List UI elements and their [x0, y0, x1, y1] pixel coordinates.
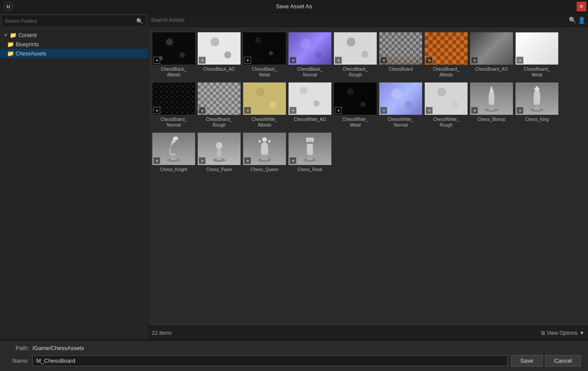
- bottom-bar: Path: /Game/ChessAssets Name: Save Cance…: [0, 340, 588, 371]
- svg-point-19: [216, 142, 222, 149]
- view-options-chevron: ▼: [579, 330, 585, 336]
- asset-item-chessboard-rough[interactable]: ★ ChessBoard_Rough: [197, 81, 241, 129]
- folder-tree: ▼ 📁 Content 📁 Blueprints 📁 ChessAssets: [0, 29, 148, 340]
- content-area: 🔍 ▼ 📁 Content 📁 Blueprints 📁 ChessAsset: [0, 13, 588, 340]
- asset-item-chessboard-normal[interactable]: ★ ChessBoard_Normal: [152, 81, 196, 129]
- asset-item-chessblack-normal[interactable]: ★ ChessBlack_Normal: [288, 31, 332, 79]
- svg-rect-17: [217, 158, 222, 160]
- asset-label-chess-pawn: Chess_Pawn: [206, 167, 232, 172]
- asset-item-chess-queen[interactable]: ★ Chess_Queen: [243, 131, 286, 174]
- svg-point-6: [490, 87, 492, 89]
- folder-label-blueprints: Blueprints: [16, 41, 39, 48]
- svg-point-24: [258, 140, 261, 142]
- svg-rect-13: [171, 158, 177, 160]
- asset-thumb-chessboard-albedo: ★: [424, 32, 468, 65]
- asset-thumb-chesswhite-rough: ★: [424, 82, 468, 115]
- save-button[interactable]: Save: [511, 355, 543, 367]
- asset-label-chess-rook: Chess_Rook: [297, 167, 322, 172]
- cancel-button[interactable]: Cancel: [545, 355, 581, 367]
- star-badge: ★: [289, 57, 296, 64]
- asset-thumb-chesswhite-albedo: ★: [243, 82, 286, 115]
- star-badge: ★: [289, 157, 296, 164]
- asset-thumb-chesswhite-normal: ★: [379, 82, 423, 115]
- star-badge: ★: [426, 57, 433, 64]
- asset-label-chess-knight: Chess_Knight: [160, 167, 187, 172]
- star-badge: ★: [199, 57, 206, 64]
- asset-label-chessblack-metal: ChessBlack_Metal: [252, 66, 277, 78]
- folder-search-input[interactable]: [5, 18, 136, 24]
- asset-item-chessblack-ao[interactable]: ★ ChessBlack_AO: [197, 31, 241, 79]
- asset-thumb-chessblack-albedo: ★: [152, 32, 196, 65]
- star-badge: ★: [471, 107, 478, 114]
- asset-item-chess-bishop[interactable]: ★ Chess_Bishop: [470, 81, 513, 129]
- asset-thumb-chessblack-normal: ★: [288, 32, 332, 65]
- svg-rect-8: [534, 107, 540, 110]
- view-options-button[interactable]: ⊞ View Options ▼: [541, 330, 585, 336]
- star-badge: ★: [153, 57, 160, 64]
- asset-label-chessblack-ao: ChessBlack_AO: [203, 66, 235, 72]
- asset-grid: ★ ChessBlack_Albedo ★ ChessBlack_AO: [148, 27, 588, 326]
- svg-point-23: [262, 137, 267, 141]
- title-bar: U Save Asset As ✕: [0, 0, 588, 13]
- asset-search-input[interactable]: [151, 17, 567, 23]
- asset-search-bar[interactable]: 🔍 👤: [148, 13, 588, 27]
- asset-item-chessblack-rough[interactable]: ★ ChessBlack_Rough: [334, 31, 377, 79]
- asset-label-chessboard: ChessBoard: [389, 66, 413, 72]
- folder-item-blueprints[interactable]: 📁 Blueprints: [0, 40, 148, 49]
- star-badge: ★: [244, 107, 251, 114]
- asset-thumb-chess-knight: ★: [152, 132, 196, 165]
- svg-rect-29: [307, 144, 313, 155]
- asset-label-chesswhite-ao: ChessWhite_AO: [294, 117, 326, 122]
- svg-rect-3: [488, 107, 495, 110]
- asset-search-icon[interactable]: 🔍: [569, 17, 576, 24]
- asset-thumb-chessboard-ao: ★: [470, 32, 513, 65]
- asset-item-chesswhite-rough[interactable]: ★ ChessWhite_Rough: [424, 81, 468, 129]
- asset-label-chesswhite-normal: ChessWhite_Normal: [388, 117, 413, 128]
- blueprints-folder-icon: 📁: [7, 41, 14, 48]
- asset-item-chessboard-ao[interactable]: ★ ChessBoard_AO: [470, 31, 513, 79]
- asset-thumb-chessblack-rough: ★: [334, 32, 377, 65]
- folder-item-content[interactable]: ▼ 📁 Content: [0, 31, 148, 40]
- save-asset-dialog: U Save Asset As ✕ 🔍 ▼ 📁 Content �: [0, 0, 588, 371]
- asset-label-chessboard-normal: ChessBoard_Normal: [161, 117, 187, 128]
- item-count: 22 items: [152, 330, 172, 336]
- svg-rect-21: [261, 158, 268, 160]
- asset-item-chessboard-metal[interactable]: ★ ChessBoard_Metal: [515, 31, 559, 79]
- path-value: /Game/ChessAssets: [32, 345, 84, 351]
- chessassets-folder-icon: 📁: [7, 50, 14, 57]
- star-badge: ★: [199, 157, 206, 164]
- asset-label-chess-king: Chess_King: [525, 117, 549, 122]
- asset-item-chessboard[interactable]: ★ ChessBoard: [379, 31, 423, 79]
- content-folder-icon: 📁: [10, 32, 17, 38]
- svg-rect-27: [307, 158, 313, 160]
- asset-item-chesswhite-albedo[interactable]: ★ ChessWhite_Albedo: [243, 81, 286, 129]
- star-badge: ★: [199, 107, 206, 114]
- asset-item-chess-knight[interactable]: ★ Chess_Knight: [152, 131, 196, 174]
- folder-search-bar[interactable]: 🔍: [2, 15, 146, 27]
- asset-thumb-chessblack-ao: ★: [197, 32, 241, 65]
- asset-user-icon[interactable]: 👤: [578, 17, 585, 24]
- asset-item-chess-rook[interactable]: ★ Chess_Rook: [288, 131, 332, 174]
- close-button[interactable]: ✕: [577, 2, 586, 11]
- asset-label-chessblack-rough: ChessBlack_Rough: [343, 66, 368, 78]
- star-badge: ★: [516, 57, 523, 64]
- asset-item-chesswhite-ao[interactable]: ★ ChessWhite_AO: [288, 81, 332, 129]
- name-input[interactable]: [32, 355, 508, 366]
- view-options-label: View Options: [547, 330, 578, 336]
- asset-item-chessblack-metal[interactable]: ★ ChessBlack_Metal: [243, 31, 286, 79]
- asset-item-chesswhite-normal[interactable]: ★ ChessWhite_Normal: [379, 81, 423, 129]
- star-badge: ★: [289, 107, 296, 114]
- asset-item-chess-king[interactable]: ★ Chess_King: [515, 81, 559, 129]
- asset-item-chesswhite-metal[interactable]: ★ ChessWhite_Metal: [334, 81, 377, 129]
- status-bar: 22 items ⊞ View Options ▼: [148, 326, 588, 340]
- folder-item-chessassets[interactable]: 📁 ChessAssets: [0, 49, 148, 58]
- svg-text:U: U: [7, 4, 10, 9]
- asset-label-chessboard-ao: ChessBoard_AO: [475, 66, 508, 72]
- svg-rect-31: [306, 137, 308, 142]
- name-label: Name:: [7, 357, 29, 364]
- asset-label-chesswhite-metal: ChessWhite_Metal: [342, 117, 368, 128]
- asset-item-chessblack-albedo[interactable]: ★ ChessBlack_Albedo: [152, 31, 196, 79]
- asset-item-chess-pawn[interactable]: ★ Chess_Pawn: [197, 131, 241, 174]
- asset-item-chessboard-albedo[interactable]: ★ ChessBoard_Albedo: [424, 31, 468, 79]
- asset-label-chessboard-albedo: ChessBoard_Albedo: [433, 66, 460, 78]
